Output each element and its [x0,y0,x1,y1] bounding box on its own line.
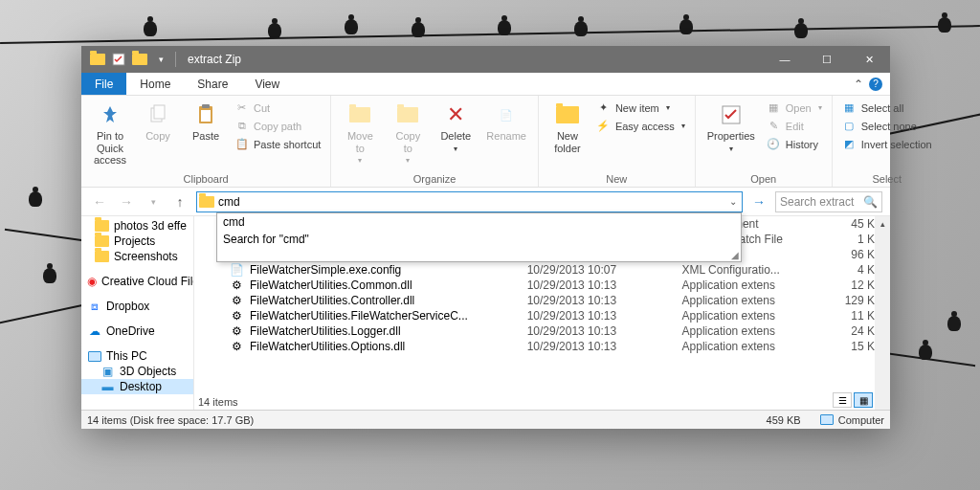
invert-selection-button[interactable]: ◩Invert selection [840,136,934,152]
ribbon-collapse-icon[interactable]: ⌃ [854,78,863,91]
rename-button[interactable]: 📄Rename [482,100,530,145]
file-date: 10/29/2013 10:13 [520,293,675,308]
copy-button[interactable]: Copy [137,100,179,145]
new-folder-button[interactable]: New folder [546,100,589,156]
ribbon-group-clipboard: Pin to Quick access Copy Paste ✂Cut ⧉Cop… [81,96,331,187]
easy-access-button[interactable]: ⚡Easy access▾ [594,118,687,134]
suggestion-item[interactable]: cmd [217,213,741,231]
table-row[interactable]: ⚙FileWatcherUtilities.Controller.dll10/2… [194,293,890,308]
invert-selection-icon: ◩ [842,137,857,151]
navigation-pane[interactable]: photos 3d effe Projects Screenshots ◉Cre… [81,216,194,410]
close-button[interactable]: ✕ [848,46,890,73]
select-none-button[interactable]: ▢Select none [840,118,934,134]
minimize-button[interactable]: ― [764,46,806,73]
sidebar-item-3d-objects[interactable]: ▣3D Objects [81,364,193,379]
file-name: FileWatcherUtilities.FileWatcherServiceC… [250,309,468,323]
scroll-up-icon[interactable]: ▴ [875,216,890,232]
nav-up-button[interactable]: ↑ [169,191,190,212]
help-icon[interactable]: ? [869,78,882,91]
status-left: 14 items (Disk free space: 17.7 GB) [87,414,254,426]
file-icon: ⚙ [229,278,244,292]
sidebar-item-dropbox[interactable]: ⧈Dropbox [81,299,193,314]
search-box[interactable]: Search extract 🔍 [775,191,882,212]
open-icon: ▦ [767,100,781,115]
paste-shortcut-button[interactable]: 📋Paste shortcut [233,136,323,152]
edit-button[interactable]: ✎Edit [765,118,824,134]
new-item-icon: ✦ [596,100,611,115]
new-item-button[interactable]: ✦New item▾ [594,100,687,116]
file-date: 10/29/2013 10:13 [520,308,675,323]
view-details-button[interactable]: ☰ [833,392,852,408]
table-row[interactable]: ⚙FileWatcherUtilities.Logger.dll10/29/20… [194,323,890,339]
group-label-new: New [546,172,687,185]
pin-to-quick-access-button[interactable]: Pin to Quick access [89,100,131,168]
sidebar-item-screenshots[interactable]: Screenshots [81,249,193,264]
move-to-button[interactable]: Move to▾ [339,100,381,167]
file-type: Application extens [675,308,824,323]
computer-icon [820,414,834,425]
table-row[interactable]: ⚙FileWatcherUtilities.Common.dll10/29/20… [194,278,890,293]
file-date: 10/29/2013 10:13 [520,278,675,293]
properties-button[interactable]: Properties▾ [703,100,759,155]
file-icon: ⚙ [229,309,244,323]
svg-rect-5 [201,110,211,122]
file-icon: ⚙ [229,294,244,307]
tab-home[interactable]: Home [126,73,184,95]
table-row[interactable]: ⚙FileWatcherUtilities.Options.dll10/29/2… [194,339,890,354]
copy-to-button[interactable]: Copy to▾ [387,100,429,167]
onedrive-icon: ☁ [87,325,101,338]
copy-path-icon: ⧉ [234,119,249,133]
resize-grip-icon[interactable]: ◢ [731,250,739,260]
address-input[interactable] [216,192,724,212]
qat-newfolder-icon[interactable] [129,49,150,70]
sidebar-item-creative-cloud[interactable]: ◉Creative Cloud Files [81,274,193,289]
open-button[interactable]: ▦Open▾ [765,100,824,116]
sidebar-item-onedrive[interactable]: ☁OneDrive [81,323,193,339]
paste-button[interactable]: Paste [185,100,227,145]
tab-file[interactable]: File [81,73,126,95]
titlebar[interactable]: ▾ extract Zip ― ☐ ✕ [81,46,890,73]
maximize-button[interactable]: ☐ [806,46,848,73]
vertical-scrollbar[interactable]: ▴ [875,216,890,410]
qat-dropdown-icon[interactable]: ▾ [150,49,171,70]
delete-icon: ✕ [442,101,469,128]
status-size: 459 KB [767,414,801,426]
window-icon [87,49,108,70]
nav-back-button[interactable]: ← [89,191,110,212]
sidebar-item-desktop[interactable]: ▬Desktop [81,379,193,394]
copy-icon [145,101,171,128]
view-icons-button[interactable]: ▦ [854,392,873,408]
table-row[interactable]: 📄FileWatcherSimple.exe.config10/29/2013 … [194,262,890,278]
qat-properties-icon[interactable] [108,49,129,70]
file-icon: ⚙ [229,324,244,338]
suggestion-item[interactable]: Search for "cmd" [217,231,741,248]
file-name: FileWatcherUtilities.Controller.dll [250,294,414,307]
svg-rect-2 [154,105,165,119]
address-bar[interactable]: ⌄ cmd Search for "cmd" ◢ [196,191,743,212]
easy-access-icon: ⚡ [596,119,611,133]
address-dropdown-icon[interactable]: ⌄ [724,196,742,207]
tab-view[interactable]: View [241,73,293,95]
delete-button[interactable]: ✕Delete▾ [434,100,477,155]
sidebar-item-projects[interactable]: Projects [81,234,193,249]
cut-button[interactable]: ✂Cut [233,100,323,116]
nav-forward-button[interactable]: → [116,191,137,212]
history-button[interactable]: 🕘History [765,136,824,152]
item-count: 14 items [198,396,238,408]
file-type: Application extens [675,323,824,339]
copy-path-button[interactable]: ⧉Copy path [233,118,323,134]
ribbon-group-open: Properties▾ ▦Open▾ ✎Edit 🕘History Open [696,96,833,187]
ribbon-group-select: ▦Select all ▢Select none ◩Invert selecti… [833,96,942,187]
tab-share[interactable]: Share [184,73,241,95]
sidebar-item-photos[interactable]: photos 3d effe [81,218,193,234]
ribbon-group-organize: Move to▾ Copy to▾ ✕Delete▾ 📄Rename Organ… [331,96,539,187]
file-icon: 📄 [229,263,244,277]
nav-recent-button[interactable]: ▾ [143,191,164,212]
select-all-button[interactable]: ▦Select all [840,100,934,116]
address-go-button[interactable]: → [748,191,769,212]
sidebar-item-this-pc[interactable]: This PC [81,348,193,364]
table-row[interactable]: ⚙FileWatcherUtilities.FileWatcherService… [194,308,890,323]
paste-shortcut-icon: 📋 [234,137,249,151]
address-folder-icon [197,196,216,208]
explorer-window: ▾ extract Zip ― ☐ ✕ File Home Share View… [81,46,890,429]
